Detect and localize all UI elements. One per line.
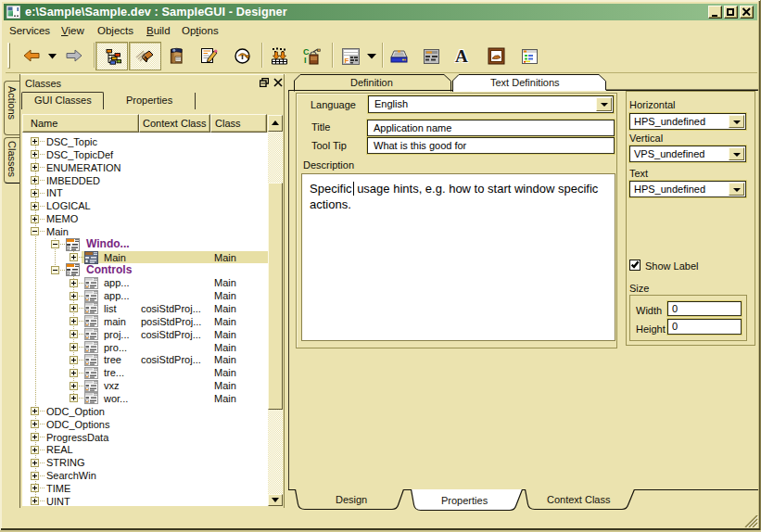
svg-text:I: I [304, 56, 307, 65]
svg-text:F: F [345, 57, 349, 65]
